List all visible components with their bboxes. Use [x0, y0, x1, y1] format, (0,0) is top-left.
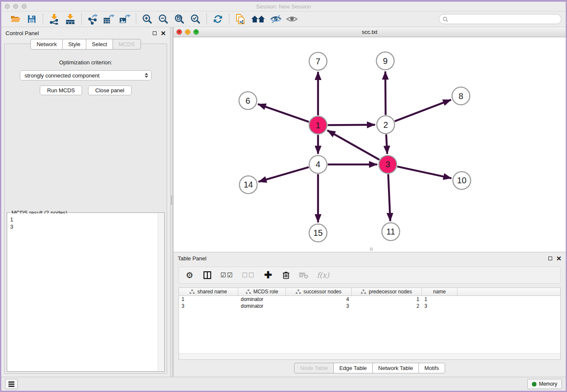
toolbar-separator — [43, 14, 43, 25]
mcds-panel: Optimization criterion: strongly connect… — [4, 44, 167, 374]
export-network-button[interactable] — [87, 13, 99, 25]
tab-select[interactable]: Select — [86, 39, 113, 50]
cell-successor-nodes[interactable]: 3 — [286, 303, 352, 309]
main-area: Control Panel ✕ Network Style Select MCD… — [1, 27, 566, 377]
float-table-panel-icon[interactable] — [548, 257, 552, 260]
zoom-selected-icon — [190, 14, 201, 25]
toolbar-separator — [81, 14, 82, 25]
cell-shared-name[interactable]: 3 — [179, 303, 238, 309]
table-tabs: Node Table Edge Table Network Table Moti… — [173, 360, 566, 377]
zoom-in-button[interactable] — [141, 13, 153, 25]
graph-edge-4-14[interactable] — [259, 167, 309, 182]
table-row[interactable]: 1 dominator 4 1 1 — [179, 296, 560, 303]
export-image-button[interactable] — [119, 13, 131, 25]
table-row[interactable]: 3 dominator 3 2 3 — [179, 303, 560, 309]
table-settings-button[interactable]: ⚙ — [185, 270, 194, 280]
graph-edge-3-1[interactable] — [327, 130, 379, 160]
table-horizontal-scrollbar[interactable] — [179, 353, 560, 359]
cell-shared-name[interactable]: 1 — [179, 296, 238, 302]
save-session-button[interactable] — [26, 13, 38, 25]
float-panel-icon[interactable] — [153, 31, 157, 35]
memory-button[interactable]: Memory — [527, 379, 562, 389]
deselect-all-button[interactable]: ☐☐ — [242, 270, 255, 280]
canvas-grip[interactable] — [370, 248, 373, 251]
graph-edge-2-8[interactable] — [395, 100, 451, 121]
status-bar: Memory — [1, 377, 566, 391]
network-canvas[interactable]: 7968124314101511 — [173, 37, 566, 252]
search-box[interactable] — [439, 14, 561, 24]
show-columns-button[interactable] — [203, 270, 212, 280]
gear-icon: ⚙ — [186, 271, 193, 279]
column-header-shared-name[interactable]: shared name — [179, 288, 238, 295]
import-network-button[interactable] — [48, 13, 60, 25]
tab-network[interactable]: Network — [30, 39, 63, 50]
cell-predecessor-nodes[interactable]: 1 — [352, 296, 422, 302]
criterion-select[interactable]: strongly connected component — [20, 70, 151, 80]
cell-name[interactable]: 3 — [422, 303, 457, 309]
cell-predecessor-nodes[interactable]: 2 — [352, 303, 422, 309]
table-body[interactable]: 1 dominator 4 1 1 3 dominator 3 2 3 — [179, 296, 560, 353]
home-button[interactable] — [250, 13, 266, 25]
tab-edge-table[interactable]: Edge Table — [333, 363, 373, 373]
open-folder-icon — [10, 14, 21, 24]
refresh-icon — [212, 14, 223, 25]
cell-mcds-role[interactable]: dominator — [238, 296, 286, 302]
add-column-button[interactable]: ✚ — [264, 270, 273, 280]
cell-mcds-role[interactable]: dominator — [238, 303, 286, 309]
attribute-icon — [361, 290, 366, 294]
graph-edge-1-6[interactable] — [258, 104, 309, 122]
graph-node-label-2: 2 — [383, 120, 388, 130]
task-history-button[interactable] — [5, 379, 18, 389]
export-network-icon — [87, 14, 99, 25]
hide-panel-button[interactable] — [270, 13, 282, 25]
splitter-grip[interactable] — [171, 196, 172, 205]
select-all-button[interactable]: ☑☑ — [220, 270, 234, 280]
delete-column-button[interactable] — [281, 270, 291, 280]
main-toolbar — [1, 11, 566, 27]
fx-icon: f(x) — [317, 271, 329, 279]
graph-edge-3-10[interactable] — [397, 166, 451, 178]
close-panel-icon[interactable]: ✕ — [160, 30, 166, 36]
tab-network-table[interactable]: Network Table — [372, 363, 419, 373]
panel-splitter[interactable] — [170, 27, 173, 377]
cell-name[interactable]: 1 — [422, 296, 457, 302]
network-window-titlebar: scc.txt × – + — [173, 27, 566, 37]
tab-motifs[interactable]: Motifs — [418, 363, 445, 373]
run-mcds-button[interactable]: Run MCDS — [40, 86, 82, 95]
graph-node-label-7: 7 — [316, 57, 320, 66]
close-panel-button[interactable]: Close panel — [88, 86, 132, 95]
list-icon — [8, 381, 14, 387]
zoom-fit-button[interactable] — [173, 13, 185, 25]
table-panel: Table Panel ✕ ⚙ ☑☑ ☐☐ — [173, 252, 566, 377]
cell-successor-nodes[interactable]: 4 — [286, 296, 352, 302]
mcds-result-list[interactable]: 1 3 — [8, 213, 158, 371]
zoom-out-icon — [158, 14, 169, 25]
zoom-selected-button[interactable] — [190, 13, 201, 25]
search-icon — [443, 17, 448, 22]
save-floppy-icon — [27, 14, 37, 24]
show-panel-button[interactable] — [286, 13, 298, 25]
table-panel-header: Table Panel ✕ — [173, 252, 566, 264]
tab-style[interactable]: Style — [62, 39, 86, 50]
graph-edge-3-11[interactable] — [388, 174, 390, 221]
open-session-button[interactable] — [10, 13, 22, 25]
tab-mcds[interactable]: MCDS — [113, 39, 140, 50]
refresh-button[interactable] — [212, 13, 224, 25]
graph-edge-2-9[interactable] — [385, 72, 386, 115]
tab-node-table[interactable]: Node Table — [294, 363, 334, 373]
search-input[interactable] — [450, 16, 558, 22]
import-table-button[interactable] — [64, 13, 76, 25]
result-scrollbar[interactable] — [158, 213, 164, 371]
column-header-successor-nodes[interactable]: successor nodes — [286, 288, 352, 295]
zoom-out-button[interactable] — [157, 13, 169, 25]
column-header-predecessor-nodes[interactable]: predecessor nodes — [352, 288, 422, 295]
graph-edge-2-3[interactable] — [386, 134, 387, 154]
export-table-button[interactable] — [103, 13, 115, 25]
column-header-name[interactable]: name — [422, 288, 457, 295]
copy-view-button[interactable] — [234, 13, 246, 25]
close-table-panel-icon[interactable]: ✕ — [556, 255, 561, 262]
graph-edge-1-2[interactable] — [328, 125, 375, 125]
graph-node-label-15: 15 — [314, 228, 323, 237]
column-header-mcds-role[interactable]: MCDS role — [238, 288, 286, 295]
network-graph[interactable]: 7968124314101511 — [173, 37, 566, 252]
